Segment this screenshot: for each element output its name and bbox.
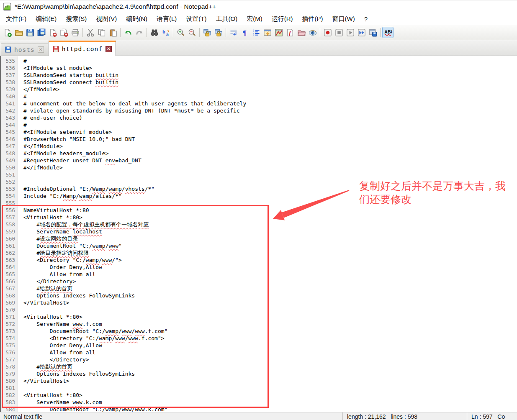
word-wrap-button[interactable]: [228, 27, 239, 38]
open-file-button[interactable]: [13, 27, 24, 38]
code-line: # violate open standards by misusing DNT…: [23, 107, 517, 114]
menu-item[interactable]: 插件(P): [297, 13, 327, 25]
line-number: 541: [1, 100, 15, 107]
paste-icon: [109, 28, 117, 37]
print-button[interactable]: [70, 27, 80, 38]
save-all-icon: [37, 28, 46, 37]
menu-item[interactable]: ?: [360, 14, 372, 24]
title-bar[interactable]: *E:\Wamp\wamp\bin\apache\apache2.4.9\con…: [0, 0, 517, 13]
menu-item[interactable]: 编码(N): [121, 13, 152, 25]
line-number: 542: [1, 107, 15, 114]
editor-pane[interactable]: 5355365375385395405415425435445455465475…: [0, 56, 517, 412]
spell-check-button[interactable]: ABC: [383, 27, 393, 38]
tab-close-icon[interactable]: ✕: [105, 46, 112, 52]
tab-httpd.conf[interactable]: httpd.conf✕: [49, 41, 116, 56]
code-line: <VirtualHost *:80>: [23, 313, 517, 320]
menu-item[interactable]: 宏(M): [242, 13, 267, 25]
undo-button[interactable]: [123, 27, 133, 38]
macro-run-multiple-button[interactable]: [356, 27, 367, 38]
macro-record-button[interactable]: [322, 27, 333, 38]
code-line: #<IfModule setenvif_module>: [23, 128, 517, 136]
macro-stop-button[interactable]: [334, 27, 344, 38]
macro-save-button[interactable]: [368, 27, 378, 38]
menu-item[interactable]: 视图(V): [91, 13, 121, 25]
save-all-button[interactable]: [36, 27, 46, 38]
line-number: 568: [1, 292, 15, 299]
status-cursor-position: Ln : 597 Co: [467, 412, 517, 420]
menu-item[interactable]: 语言(L): [152, 13, 181, 25]
menu-item[interactable]: 运行(R): [267, 13, 298, 25]
code-line: [23, 171, 517, 178]
line-number: 535: [1, 57, 15, 64]
code-line: #</IfModule>: [23, 143, 517, 150]
line-number: 560: [1, 235, 15, 242]
menu-item[interactable]: 设置(T): [181, 13, 211, 25]
toolbar: ba¶ƒABC: [0, 25, 517, 40]
line-number: 555: [1, 200, 15, 207]
sync-horizontal-scroll-button[interactable]: [213, 27, 224, 38]
paste-button[interactable]: [108, 27, 118, 38]
find-button[interactable]: [149, 27, 159, 38]
line-number: 583: [1, 399, 15, 406]
code-area[interactable]: #<IfModule ssl_module>SSLRandomSeed star…: [18, 56, 517, 412]
document-map-button[interactable]: [273, 27, 284, 38]
code-line: <VirtualHost *:80>: [23, 214, 517, 221]
function-list-icon: ƒ: [286, 28, 294, 37]
toolbar-group: [123, 27, 144, 38]
line-number: 575: [1, 342, 15, 349]
tab-close-icon[interactable]: ✕: [38, 46, 44, 53]
line-number: 549: [1, 157, 15, 164]
spell-check-icon: ABC: [384, 28, 392, 37]
indent-guide-button[interactable]: [251, 27, 261, 38]
user-defined-dialog-button[interactable]: [262, 27, 273, 38]
line-number: 572: [1, 320, 15, 328]
line-number: 547: [1, 143, 15, 150]
function-list-button[interactable]: ƒ: [285, 27, 295, 38]
notepad-plus-plus-logo-icon: [3, 3, 11, 11]
zoom-out-button[interactable]: [187, 27, 197, 38]
line-number: 558: [1, 221, 15, 228]
code-line: </VirtualHost>: [23, 299, 517, 306]
line-number: 554: [1, 192, 15, 200]
redo-button[interactable]: [134, 27, 144, 38]
code-line: ServerName localhost: [23, 228, 517, 235]
macro-run-multiple-icon: [358, 28, 366, 37]
zoom-in-button[interactable]: [175, 27, 186, 38]
show-all-characters-button[interactable]: ¶: [239, 27, 250, 38]
line-number: 544: [1, 121, 15, 128]
line-number: 574: [1, 335, 15, 342]
menu-item[interactable]: 窗口(W): [327, 13, 359, 25]
code-line: ServerName www.f.com: [23, 320, 517, 328]
code-line: #给默认的首页: [23, 363, 517, 370]
code-line: </VirtualHost>: [23, 377, 517, 384]
tab-hosts[interactable]: hosts✕: [1, 43, 48, 56]
menu-item[interactable]: 工具(O): [211, 13, 242, 25]
toolbar-group: [322, 27, 378, 38]
menu-item[interactable]: 编辑(E): [31, 13, 61, 25]
show-all-characters-icon: ¶: [241, 28, 249, 37]
close-all-button[interactable]: [59, 27, 69, 38]
sync-vertical-scroll-button[interactable]: [202, 27, 212, 38]
toolbar-separator: [82, 28, 83, 37]
menu-item[interactable]: 搜索(S): [61, 13, 91, 25]
copy-button[interactable]: [96, 27, 107, 38]
open-file-icon: [15, 28, 23, 37]
document-monitoring-button[interactable]: [307, 27, 318, 38]
code-line: Allow from all: [23, 271, 517, 278]
folder-as-workspace-button[interactable]: [296, 27, 306, 38]
menu-item[interactable]: 文件(F): [1, 13, 31, 25]
code-line: #给目录指定访问权限: [23, 249, 517, 256]
document-map-icon: [275, 28, 283, 37]
line-number: 556: [1, 207, 15, 214]
close-button[interactable]: [47, 27, 58, 38]
replace-button[interactable]: ba: [160, 27, 171, 38]
line-number: 538: [1, 79, 15, 86]
save-button[interactable]: [25, 27, 35, 38]
line-number: 536: [1, 64, 15, 72]
macro-play-button[interactable]: [345, 27, 355, 38]
macro-save-icon: [369, 28, 377, 37]
new-file-button[interactable]: [2, 27, 13, 38]
zoom-in-icon: [177, 28, 185, 37]
cut-button[interactable]: [85, 27, 95, 38]
copy-icon: [98, 28, 106, 37]
